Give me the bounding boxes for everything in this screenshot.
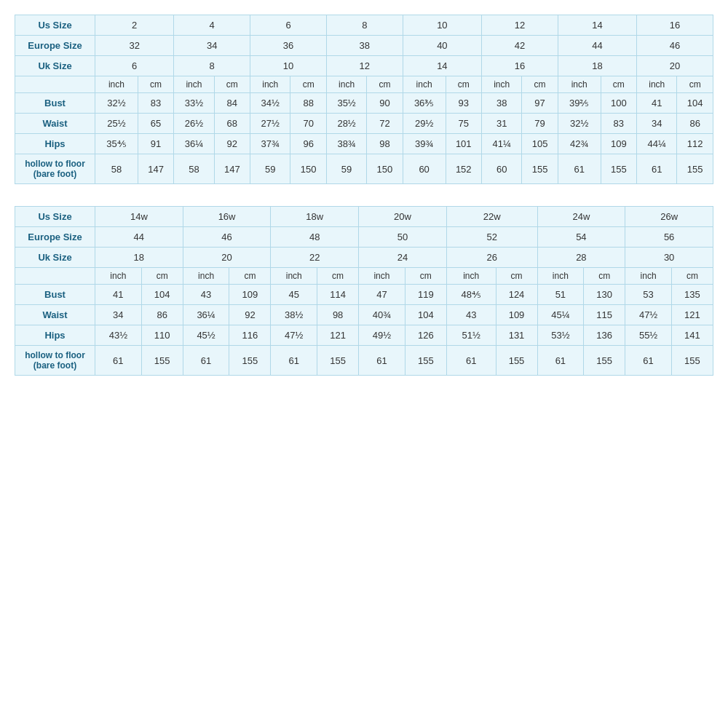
uk-size-label: Uk Size (15, 56, 95, 76)
europe-size-label: Europe Size (15, 36, 95, 56)
t1-sub-cm-4: cm (446, 76, 482, 93)
t2-us-18w: 18w (271, 207, 359, 227)
t2-uk-size-row: Uk Size 18 20 22 24 26 28 30 (15, 248, 713, 268)
t1-hollow-row: hollow to floor (bare foot) 58147 58147 … (15, 154, 713, 184)
europe-size-36: 36 (250, 36, 327, 56)
uk-size-6: 6 (95, 56, 174, 76)
t1-bust-row: Bust 32½83 33½84 34½88 35½90 36⅗93 3897 … (15, 93, 713, 114)
us-size-4: 4 (174, 15, 250, 36)
uk-size-18: 18 (558, 56, 636, 76)
us-size-label: Us Size (15, 15, 95, 36)
t2-hollow-label: hollow to floor (bare foot) (15, 346, 95, 376)
t1-sub-cm-0: cm (138, 76, 174, 93)
t1-sub-header: inch cm inch cm inch cm inch cm inch cm … (15, 76, 713, 93)
t1-sub-cm-2: cm (290, 76, 327, 93)
uk-size-8: 8 (174, 56, 250, 76)
t2-sub-header: inchcm inchcm inchcm inchcm inchcm inchc… (15, 268, 713, 285)
t1-sub-cm-6: cm (601, 76, 637, 93)
europe-size-32: 32 (95, 36, 174, 56)
t1-sub-inch-7: inch (637, 76, 677, 93)
standard-size-chart: Us Size 2 4 6 8 10 12 14 16 Europe Size … (15, 15, 713, 184)
us-size-16: 16 (637, 15, 713, 36)
t1-sub-inch-0: inch (95, 76, 138, 93)
t2-us-24w: 24w (537, 207, 625, 227)
europe-size-row: Europe Size 32 34 36 38 40 42 44 46 (15, 36, 713, 56)
t2-waist-label: Waist (15, 305, 95, 325)
uk-size-row: Uk Size 6 8 10 12 14 16 18 20 (15, 56, 713, 76)
europe-size-34: 34 (174, 36, 250, 56)
t2-us-16w: 16w (183, 207, 271, 227)
us-size-row: Us Size 2 4 6 8 10 12 14 16 (15, 15, 713, 36)
t1-sub-cm-7: cm (677, 76, 713, 93)
t1-waist-label: Waist (15, 114, 95, 134)
europe-size-38: 38 (326, 36, 403, 56)
uk-size-12: 12 (326, 56, 403, 76)
t2-bust-row: Bust 41104 43109 45114 47119 48⅘124 5113… (15, 285, 713, 305)
t1-sub-inch-2: inch (250, 76, 290, 93)
t1-bust-label: Bust (15, 93, 95, 114)
europe-size-46: 46 (637, 36, 713, 56)
t1-hips-row: Hips 35⅘91 36¼92 37¾96 38¾98 39¾101 41¼1… (15, 134, 713, 154)
t1-sub-inch-3: inch (326, 76, 366, 93)
t2-europe-size-label: Europe Size (15, 227, 95, 248)
t2-europe-size-row: Europe Size 44 46 48 50 52 54 56 (15, 227, 713, 248)
t2-hips-label: Hips (15, 325, 95, 346)
t2-us-26w: 26w (625, 207, 713, 227)
uk-size-16: 16 (482, 56, 558, 76)
uk-size-20: 20 (637, 56, 713, 76)
t1-sub-inch-4: inch (403, 76, 446, 93)
t2-bust-label: Bust (15, 285, 95, 305)
us-size-8: 8 (326, 15, 403, 36)
uk-size-14: 14 (403, 56, 481, 76)
t2-sub-empty (15, 268, 95, 285)
t1-sub-inch-5: inch (482, 76, 522, 93)
t1-hollow-label: hollow to floor (bare foot) (15, 154, 95, 184)
t1-sub-inch-6: inch (558, 76, 601, 93)
t1-sub-empty (15, 76, 95, 93)
t2-us-20w: 20w (359, 207, 447, 227)
uk-size-10: 10 (250, 56, 327, 76)
t1-hips-label: Hips (15, 134, 95, 154)
europe-size-44: 44 (558, 36, 636, 56)
us-size-2: 2 (95, 15, 174, 36)
t1-sub-cm-5: cm (522, 76, 558, 93)
europe-size-40: 40 (403, 36, 481, 56)
t2-hollow-row: hollow to floor (bare foot) 61155 61155 … (15, 346, 713, 376)
t2-us-size-label: Us Size (15, 207, 95, 227)
europe-size-42: 42 (482, 36, 558, 56)
t2-us-14w: 14w (95, 207, 183, 227)
us-size-6: 6 (250, 15, 327, 36)
t1-waist-row: Waist 25½65 26½68 27½70 28½72 29½75 3179… (15, 114, 713, 134)
t1-sub-cm-3: cm (367, 76, 403, 93)
us-size-12: 12 (482, 15, 558, 36)
us-size-14: 14 (558, 15, 636, 36)
t2-hips-row: Hips 43½110 45½116 47½121 49½126 51½131 … (15, 325, 713, 346)
t2-uk-size-label: Uk Size (15, 248, 95, 268)
t2-us-22w: 22w (446, 207, 537, 227)
us-size-10: 10 (403, 15, 481, 36)
t1-sub-cm-1: cm (214, 76, 250, 93)
t2-waist-row: Waist 3486 36¼92 38½98 40¾104 43109 45¼1… (15, 305, 713, 325)
t2-us-size-row: Us Size 14w 16w 18w 20w 22w 24w 26w (15, 207, 713, 227)
plus-size-chart: Us Size 14w 16w 18w 20w 22w 24w 26w Euro… (15, 206, 713, 376)
t1-sub-inch-1: inch (174, 76, 214, 93)
